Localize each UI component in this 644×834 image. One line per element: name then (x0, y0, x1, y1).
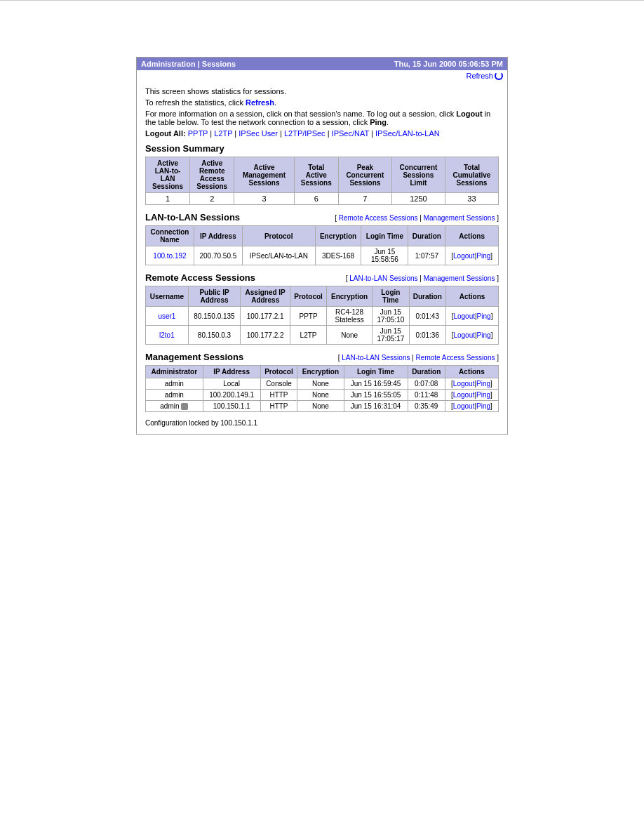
ra-col-duration: Duration (409, 286, 446, 307)
ra-ping-2[interactable]: Ping (477, 331, 491, 339)
refresh-icon (495, 72, 503, 80)
config-note: Configuration locked by 100.150.1.1 (145, 418, 499, 428)
ra-protocol-1: PPTP (290, 307, 327, 326)
remote-access-table: Username Public IPAddress Assigned IPAdd… (145, 286, 499, 345)
ms-row-2: admin 100.200.149.1 HTTP None Jun 15 16:… (146, 390, 499, 401)
ms-col-ip: IP Address (203, 366, 260, 378)
ms-duration-1: 0:07:08 (408, 378, 445, 390)
lan-col-ip: IP Address (194, 226, 242, 246)
ra-logout-2[interactable]: Logout (453, 331, 475, 339)
logout-text: Logout (456, 110, 482, 118)
ms-ping-3[interactable]: Ping (476, 402, 490, 410)
ms-logout-1[interactable]: Logout (453, 380, 475, 388)
logout-all-l2tp[interactable]: L2TP (214, 129, 232, 138)
col-concurrent-limit: ConcurrentSessionsLimit (391, 157, 445, 193)
ms-logout-3[interactable]: Logout (453, 402, 475, 410)
lock-icon (181, 403, 188, 410)
ra-encryption-2: None (327, 326, 373, 345)
lan-login-time: Jun 1515:58:56 (361, 246, 408, 265)
ra-col-public-ip: Public IPAddress (188, 286, 240, 307)
remote-nav-links: [ LAN-to-LAN Sessions | Management Sessi… (346, 274, 499, 282)
ms-col-protocol: Protocol (260, 366, 297, 378)
lan-col-protocol: Protocol (242, 226, 315, 246)
ra-col-actions: Actions (446, 286, 499, 307)
ms-admin-3: admin (146, 401, 203, 412)
ms-login-3: Jun 15 16:31:04 (344, 401, 408, 412)
ms-login-2: Jun 15 16:55:05 (344, 390, 408, 401)
ms-ping-1[interactable]: Ping (476, 380, 490, 388)
ms-ping-2[interactable]: Ping (476, 391, 490, 399)
col-peak-concurrent: PeakConcurrentSessions (338, 157, 391, 193)
ms-protocol-2: HTTP (260, 390, 297, 401)
lan-col-login: Login Time (361, 226, 408, 246)
ra-row-1: user1 80.150.0.135 100.177.2.1 PPTP RC4-… (146, 307, 499, 326)
summary-row: 1 2 3 6 7 1250 33 (146, 193, 499, 205)
col-active-mgmt: ActiveManagementSessions (234, 157, 294, 193)
ra-duration-2: 0:01:36 (409, 326, 446, 345)
panel-datetime: Thu, 15 Jun 2000 05:06:53 PM (394, 60, 503, 68)
ra-username-1: user1 (146, 307, 189, 326)
ra-login-1: Jun 1517:05:10 (373, 307, 409, 326)
ra-row-2: l2to1 80.150.0.3 100.177.2.2 L2TP None J… (146, 326, 499, 345)
lan-ip: 200.70.50.5 (194, 246, 242, 265)
panel-header: Administration | Sessions Thu, 15 Jun 20… (137, 58, 507, 70)
ra-user2-link[interactable]: l2to1 (159, 331, 175, 339)
refresh-inline-link[interactable]: Refresh (246, 98, 274, 107)
ms-ip-1: Local (203, 378, 260, 390)
ms-col-login: Login Time (344, 366, 408, 378)
val-active-lan: 1 (146, 193, 190, 205)
link-mgmt-from-remote[interactable]: Management Sessions (424, 274, 495, 282)
lan-col-actions: Actions (445, 226, 499, 246)
ra-ping-1[interactable]: Ping (477, 312, 491, 320)
logout-all-ipsec-lan[interactable]: IPSec/LAN-to-LAN (375, 129, 440, 138)
link-remote-access-sessions-from-lan[interactable]: Remote Access Sessions (339, 214, 418, 222)
logout-all-pptp[interactable]: PPTP (188, 129, 208, 138)
mgmt-section-title: Management Sessions (145, 352, 243, 362)
logout-all-ipsec-user[interactable]: IPSec User (239, 129, 278, 138)
link-remote-from-mgmt[interactable]: Remote Access Sessions (416, 354, 495, 362)
ms-protocol-3: HTTP (260, 401, 297, 412)
lan-logout-link[interactable]: Logout (453, 252, 475, 260)
ra-public-ip-1: 80.150.0.135 (188, 307, 240, 326)
mgmt-section-header: Management Sessions [ LAN-to-LAN Session… (145, 352, 499, 362)
ms-actions-3: [Logout|Ping] (445, 401, 498, 412)
val-peak-concurrent: 7 (338, 193, 391, 205)
logout-all-l2tp-ipsec[interactable]: L2TP/IPSec (284, 129, 326, 138)
link-lan-from-remote[interactable]: LAN-to-LAN Sessions (349, 274, 417, 282)
ra-logout-1[interactable]: Logout (453, 312, 475, 320)
ra-assigned-ip-1: 100.177.2.1 (241, 307, 290, 326)
ra-assigned-ip-2: 100.177.2.2 (241, 326, 290, 345)
ms-actions-2: [Logout|Ping] (445, 390, 498, 401)
lan-section-header: LAN-to-LAN Sessions [ Remote Access Sess… (145, 212, 499, 223)
ra-col-username: Username (146, 286, 189, 307)
col-active-lan: ActiveLAN-to-LANSessions (146, 157, 190, 193)
ra-protocol-2: L2TP (290, 326, 327, 345)
link-management-sessions-from-lan[interactable]: Management Sessions (424, 214, 495, 222)
ra-login-2: Jun 1517:05:17 (373, 326, 409, 345)
ra-user1-link[interactable]: user1 (158, 312, 175, 320)
lan-connection-link[interactable]: 100.to.192 (153, 252, 186, 260)
ra-col-login: LoginTime (373, 286, 409, 307)
ra-col-protocol: Protocol (290, 286, 327, 307)
lan-connection-name: 100.to.192 (146, 246, 194, 265)
ra-duration-1: 0:01:43 (409, 307, 446, 326)
mgmt-nav-links: [ LAN-to-LAN Sessions | Remote Access Se… (338, 354, 499, 362)
intro-line3: For more information on a session, click… (145, 110, 499, 126)
logout-all-row: Logout All: PPTP | L2TP | IPSec User | L… (145, 129, 499, 138)
logout-all-ipsec-nat[interactable]: IPSec/NAT (332, 129, 369, 138)
ra-username-2: l2to1 (146, 326, 189, 345)
ping-text: Ping (370, 118, 387, 126)
ms-encryption-1: None (297, 378, 344, 390)
panel-title: Administration | Sessions (141, 60, 236, 68)
ms-logout-2[interactable]: Logout (453, 391, 475, 399)
ms-duration-2: 0:11:48 (408, 390, 445, 401)
intro-line2: To refresh the statistics, click Refresh… (145, 98, 499, 107)
intro-line1: This screen shows statistics for session… (145, 87, 499, 95)
ms-encryption-3: None (297, 401, 344, 412)
lan-ping-link[interactable]: Ping (476, 252, 490, 260)
ms-col-admin: Administrator (146, 366, 203, 378)
ms-col-actions: Actions (445, 366, 498, 378)
refresh-button[interactable]: Refresh (466, 72, 503, 80)
lan-section-title: LAN-to-LAN Sessions (145, 212, 240, 223)
link-lan-from-mgmt[interactable]: LAN-to-LAN Sessions (342, 354, 410, 362)
